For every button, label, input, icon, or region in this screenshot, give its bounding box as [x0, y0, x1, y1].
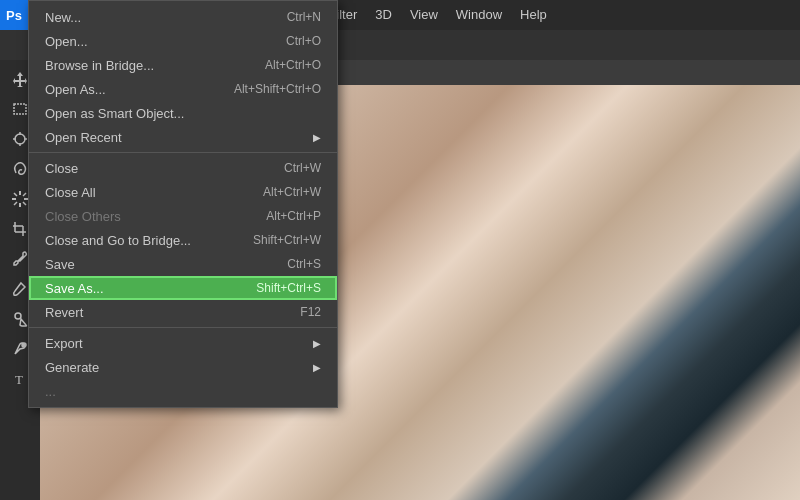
- menu-item-export-label: Export: [45, 336, 83, 351]
- svg-text:T: T: [15, 372, 23, 387]
- menu-item-close-bridge-label: Close and Go to Bridge...: [45, 233, 191, 248]
- svg-line-14: [14, 202, 17, 205]
- generate-submenu-arrow-icon: ▶: [313, 362, 321, 373]
- menu-item-more: ...: [29, 379, 337, 403]
- svg-point-20: [22, 343, 26, 347]
- menu-item-new-label: New...: [45, 10, 81, 25]
- menu-item-export[interactable]: Export ▶: [29, 331, 337, 355]
- menu-item-close-shortcut: Ctrl+W: [284, 161, 321, 175]
- menu-item-more-label: ...: [45, 384, 56, 399]
- svg-rect-9: [12, 198, 16, 200]
- divider-1: [29, 152, 337, 153]
- menu-item-close-all-label: Close All: [45, 185, 96, 200]
- svg-line-13: [23, 193, 26, 196]
- menu-help[interactable]: Help: [511, 0, 556, 30]
- menu-item-close-label: Close: [45, 161, 78, 176]
- menu-item-revert-shortcut: F12: [300, 305, 321, 319]
- export-submenu-arrow-icon: ▶: [313, 338, 321, 349]
- ps-logo: Ps: [0, 0, 28, 30]
- menu-item-save[interactable]: Save Ctrl+S: [29, 252, 337, 276]
- file-dropdown-menu: New... Ctrl+N Open... Ctrl+O Browse in B…: [28, 0, 338, 408]
- svg-point-19: [15, 313, 21, 319]
- menu-3d[interactable]: 3D: [366, 0, 401, 30]
- svg-marker-0: [13, 72, 27, 87]
- svg-point-2: [15, 134, 25, 144]
- menu-item-new[interactable]: New... Ctrl+N: [29, 5, 337, 29]
- menu-item-generate-label: Generate: [45, 360, 99, 375]
- menu-item-open-as-label: Open As...: [45, 82, 106, 97]
- menu-item-close-others-shortcut: Alt+Ctrl+P: [266, 209, 321, 223]
- menu-item-revert-label: Revert: [45, 305, 83, 320]
- menu-item-open[interactable]: Open... Ctrl+O: [29, 29, 337, 53]
- menu-item-open-shortcut: Ctrl+O: [286, 34, 321, 48]
- menu-item-close[interactable]: Close Ctrl+W: [29, 156, 337, 180]
- menu-item-open-recent[interactable]: Open Recent ▶: [29, 125, 337, 149]
- menu-window[interactable]: Window: [447, 0, 511, 30]
- svg-rect-1: [14, 104, 26, 114]
- menu-item-save-label: Save: [45, 257, 75, 272]
- menu-item-browse-bridge[interactable]: Browse in Bridge... Alt+Ctrl+O: [29, 53, 337, 77]
- menu-item-save-as-shortcut: Shift+Ctrl+S: [256, 281, 321, 295]
- menu-item-save-as-label: Save As...: [45, 281, 104, 296]
- menu-item-close-others-label: Close Others: [45, 209, 121, 224]
- divider-2: [29, 327, 337, 328]
- menu-item-open-recent-label: Open Recent: [45, 130, 122, 145]
- menu-item-smart-object[interactable]: Open as Smart Object...: [29, 101, 337, 125]
- menu-item-revert[interactable]: Revert F12: [29, 300, 337, 324]
- menu-item-browse-bridge-label: Browse in Bridge...: [45, 58, 154, 73]
- menu-item-open-as[interactable]: Open As... Alt+Shift+Ctrl+O: [29, 77, 337, 101]
- menu-item-open-label: Open...: [45, 34, 88, 49]
- menu-item-close-all[interactable]: Close All Alt+Ctrl+W: [29, 180, 337, 204]
- menu-item-generate[interactable]: Generate ▶: [29, 355, 337, 379]
- svg-line-11: [14, 193, 17, 196]
- menu-item-close-others[interactable]: Close Others Alt+Ctrl+P: [29, 204, 337, 228]
- svg-rect-8: [19, 203, 21, 207]
- menu-item-open-as-shortcut: Alt+Shift+Ctrl+O: [234, 82, 321, 96]
- menu-item-new-shortcut: Ctrl+N: [287, 10, 321, 24]
- svg-rect-7: [19, 191, 21, 195]
- menu-view[interactable]: View: [401, 0, 447, 30]
- menu-item-save-as[interactable]: Save As... Shift+Ctrl+S: [29, 276, 337, 300]
- menu-item-smart-object-label: Open as Smart Object...: [45, 106, 184, 121]
- menu-item-save-shortcut: Ctrl+S: [287, 257, 321, 271]
- submenu-arrow-icon: ▶: [313, 132, 321, 143]
- menu-item-close-all-shortcut: Alt+Ctrl+W: [263, 185, 321, 199]
- svg-line-12: [23, 202, 26, 205]
- menu-item-close-bridge[interactable]: Close and Go to Bridge... Shift+Ctrl+W: [29, 228, 337, 252]
- menu-item-browse-bridge-shortcut: Alt+Ctrl+O: [265, 58, 321, 72]
- menu-item-close-bridge-shortcut: Shift+Ctrl+W: [253, 233, 321, 247]
